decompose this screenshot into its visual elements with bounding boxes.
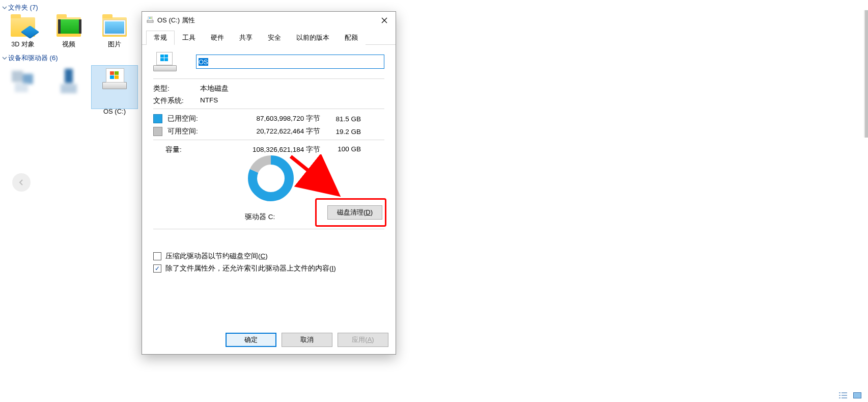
- chevron-down-icon: [2, 56, 7, 61]
- folder-icon: [100, 14, 129, 39]
- compress-label-prefix: 压缩此驱动器以节约磁盘空间(: [165, 252, 261, 260]
- dialog-title: OS (C:) 属性: [157, 16, 195, 25]
- apply-suffix: ): [372, 336, 374, 343]
- free-color-swatch: [153, 127, 162, 136]
- tab-hardware[interactable]: 硬件: [203, 31, 232, 45]
- svg-rect-14: [160, 58, 164, 61]
- checkbox-index[interactable]: 除了文件属性外，还允许索引此驱动器上文件的内容(I): [153, 264, 384, 273]
- disk-cleanup-button[interactable]: 磁盘清理(D): [327, 205, 382, 220]
- drive-icon: [153, 52, 176, 71]
- large-icons-view-icon[interactable]: [853, 392, 862, 399]
- annotation-arrow-icon: [289, 154, 345, 200]
- cleanup-button-suffix: ): [371, 208, 373, 216]
- type-value: 本地磁盘: [200, 84, 229, 93]
- blurred-icon: [10, 69, 36, 95]
- tab-quota[interactable]: 配额: [337, 31, 366, 45]
- drive-item-blurred-2[interactable]: [46, 66, 92, 97]
- drive-item-os-c[interactable]: OS (C:): [92, 66, 137, 109]
- cleanup-button-prefix: 磁盘清理(: [337, 208, 366, 216]
- checkbox-compress[interactable]: 压缩此驱动器以节约磁盘空间(C): [153, 252, 384, 261]
- chevron-down-icon: [2, 5, 7, 10]
- scrollbar[interactable]: [864, 10, 868, 138]
- back-button[interactable]: [12, 173, 31, 192]
- titlebar[interactable]: OS (C:) 属性: [142, 12, 396, 29]
- chevron-left-icon: [18, 179, 25, 186]
- divider: [153, 140, 384, 140]
- folder-label: 图片: [92, 41, 137, 48]
- divider: [153, 229, 384, 229]
- svg-rect-12: [160, 55, 164, 58]
- drive-label: OS (C:): [92, 108, 137, 115]
- group-header-devices-label: 设备和驱动器 (6): [8, 53, 58, 63]
- tab-sharing[interactable]: 共享: [232, 31, 260, 45]
- apply-prefix: 应用(: [352, 336, 367, 343]
- dialog-body: 类型: 本地磁盘 文件系统: NTFS 已用空间: 87,603,998,720…: [142, 45, 396, 328]
- folder-item-3d-objects[interactable]: 3D 对象: [0, 14, 46, 48]
- folder-item-pictures[interactable]: 图片: [92, 14, 137, 48]
- divider: [153, 109, 384, 109]
- cancel-button[interactable]: 取消: [282, 333, 332, 347]
- folder-label: 3D 对象: [0, 41, 46, 48]
- svg-rect-7: [854, 393, 861, 398]
- usage-pie-chart: [248, 155, 294, 201]
- free-bytes: 20,722,622,464 字节: [218, 127, 320, 136]
- type-label: 类型:: [153, 84, 200, 93]
- group-header-folders-label: 文件夹 (7): [8, 3, 38, 12]
- index-label-suffix: ): [333, 264, 336, 272]
- tab-tools[interactable]: 工具: [175, 31, 203, 45]
- close-button[interactable]: [373, 12, 396, 29]
- folder-icon: [54, 14, 83, 39]
- tab-general[interactable]: 常规: [146, 31, 175, 45]
- drive-mini-icon: [146, 16, 154, 25]
- explorer-background: 文件夹 (7) 3D 对象 视频 图片 设备和驱动器 (6): [0, 0, 868, 402]
- free-gb: 19.2 GB: [320, 128, 361, 136]
- compress-label-suffix: ): [265, 252, 268, 260]
- group-header-folders[interactable]: 文件夹 (7): [2, 3, 868, 12]
- svg-rect-8: [147, 20, 153, 22]
- used-gb: 81.5 GB: [320, 115, 361, 123]
- used-bytes: 87,603,998,720 字节: [218, 114, 320, 123]
- svg-line-18: [291, 156, 332, 190]
- tabs: 常规 工具 硬件 共享 安全 以前的版本 配额: [142, 31, 396, 45]
- pie-area: 驱动器 C: 磁盘清理(D): [153, 157, 384, 229]
- close-icon: [381, 17, 387, 23]
- view-mode-icons: [838, 392, 862, 399]
- capacity-label: 容量:: [165, 145, 218, 154]
- filesystem-label: 文件系统:: [153, 96, 200, 105]
- index-label-prefix: 除了文件属性外，还允许索引此驱动器上文件的内容(: [165, 264, 332, 272]
- details-view-icon[interactable]: [838, 392, 848, 399]
- blurred-icon: [55, 69, 82, 95]
- capacity-gb: 100 GB: [320, 145, 361, 154]
- svg-rect-13: [164, 55, 168, 58]
- divider: [153, 78, 384, 79]
- svg-rect-11: [151, 17, 152, 18]
- tab-security[interactable]: 安全: [260, 31, 289, 45]
- checkbox-icon: [153, 264, 161, 273]
- svg-rect-10: [149, 17, 150, 18]
- svg-rect-15: [164, 58, 168, 61]
- folders-row: 3D 对象 视频 图片: [0, 13, 868, 50]
- folder-item-videos[interactable]: 视频: [46, 14, 92, 48]
- used-label: 已用空间:: [167, 114, 218, 123]
- used-space-row: 已用空间: 87,603,998,720 字节 81.5 GB: [153, 114, 384, 123]
- apply-button[interactable]: 应用(A): [338, 333, 388, 347]
- free-label: 可用空间:: [167, 127, 218, 136]
- checkbox-icon: [153, 252, 161, 260]
- drive-item-blurred-1[interactable]: [0, 66, 46, 97]
- drive-name-input[interactable]: [196, 55, 384, 69]
- filesystem-value: NTFS: [200, 96, 218, 105]
- tab-previous-versions[interactable]: 以前的版本: [289, 31, 337, 45]
- folder-icon: [8, 14, 38, 39]
- drive-icon: [92, 82, 137, 103]
- folder-label: 视频: [46, 41, 92, 48]
- devices-row: OS (C:): [0, 64, 868, 109]
- ok-button[interactable]: 确定: [226, 333, 276, 347]
- used-color-swatch: [153, 114, 162, 123]
- group-header-devices[interactable]: 设备和驱动器 (6): [2, 53, 868, 63]
- free-space-row: 可用空间: 20,722,622,464 字节 19.2 GB: [153, 127, 384, 136]
- cleanup-button-accel: D: [366, 208, 370, 216]
- drive-caption: 驱动器 C:: [245, 212, 275, 222]
- capacity-bytes: 108,326,621,184 字节: [218, 145, 320, 154]
- capacity-row: 容量: 108,326,621,184 字节 100 GB: [165, 145, 384, 154]
- dialog-footer: 确定 取消 应用(A): [142, 328, 396, 354]
